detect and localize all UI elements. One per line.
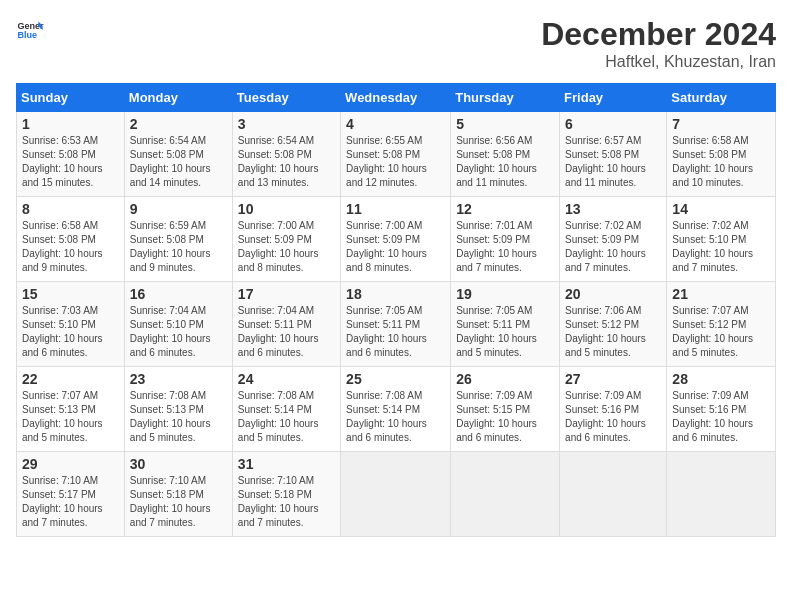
day-number: 11: [346, 201, 445, 217]
day-number: 18: [346, 286, 445, 302]
day-info: Sunrise: 7:02 AM Sunset: 5:09 PM Dayligh…: [565, 219, 661, 275]
calendar-cell: 21Sunrise: 7:07 AM Sunset: 5:12 PM Dayli…: [667, 282, 776, 367]
day-info: Sunrise: 7:01 AM Sunset: 5:09 PM Dayligh…: [456, 219, 554, 275]
day-number: 22: [22, 371, 119, 387]
day-info: Sunrise: 6:59 AM Sunset: 5:08 PM Dayligh…: [130, 219, 227, 275]
day-number: 14: [672, 201, 770, 217]
day-number: 8: [22, 201, 119, 217]
calendar-cell: 13Sunrise: 7:02 AM Sunset: 5:09 PM Dayli…: [560, 197, 667, 282]
header-row: SundayMondayTuesdayWednesdayThursdayFrid…: [17, 84, 776, 112]
calendar-cell: 24Sunrise: 7:08 AM Sunset: 5:14 PM Dayli…: [232, 367, 340, 452]
calendar-cell: 17Sunrise: 7:04 AM Sunset: 5:11 PM Dayli…: [232, 282, 340, 367]
day-info: Sunrise: 6:54 AM Sunset: 5:08 PM Dayligh…: [130, 134, 227, 190]
day-number: 6: [565, 116, 661, 132]
day-number: 16: [130, 286, 227, 302]
day-number: 3: [238, 116, 335, 132]
day-number: 29: [22, 456, 119, 472]
day-number: 24: [238, 371, 335, 387]
calendar-week-4: 29Sunrise: 7:10 AM Sunset: 5:17 PM Dayli…: [17, 452, 776, 537]
calendar-cell: 14Sunrise: 7:02 AM Sunset: 5:10 PM Dayli…: [667, 197, 776, 282]
calendar-week-0: 1Sunrise: 6:53 AM Sunset: 5:08 PM Daylig…: [17, 112, 776, 197]
calendar-cell: 26Sunrise: 7:09 AM Sunset: 5:15 PM Dayli…: [451, 367, 560, 452]
calendar-cell: 31Sunrise: 7:10 AM Sunset: 5:18 PM Dayli…: [232, 452, 340, 537]
day-number: 10: [238, 201, 335, 217]
day-info: Sunrise: 7:04 AM Sunset: 5:11 PM Dayligh…: [238, 304, 335, 360]
calendar-cell: 1Sunrise: 6:53 AM Sunset: 5:08 PM Daylig…: [17, 112, 125, 197]
day-number: 2: [130, 116, 227, 132]
calendar-cell: [341, 452, 451, 537]
header-cell-friday: Friday: [560, 84, 667, 112]
header-cell-thursday: Thursday: [451, 84, 560, 112]
day-number: 27: [565, 371, 661, 387]
day-info: Sunrise: 7:00 AM Sunset: 5:09 PM Dayligh…: [346, 219, 445, 275]
calendar-cell: 27Sunrise: 7:09 AM Sunset: 5:16 PM Dayli…: [560, 367, 667, 452]
day-info: Sunrise: 7:10 AM Sunset: 5:18 PM Dayligh…: [130, 474, 227, 530]
calendar-week-2: 15Sunrise: 7:03 AM Sunset: 5:10 PM Dayli…: [17, 282, 776, 367]
month-title: December 2024: [541, 16, 776, 53]
calendar-cell: 3Sunrise: 6:54 AM Sunset: 5:08 PM Daylig…: [232, 112, 340, 197]
day-info: Sunrise: 7:10 AM Sunset: 5:17 PM Dayligh…: [22, 474, 119, 530]
title-area: December 2024 Haftkel, Khuzestan, Iran: [541, 16, 776, 71]
day-info: Sunrise: 7:07 AM Sunset: 5:13 PM Dayligh…: [22, 389, 119, 445]
day-info: Sunrise: 7:04 AM Sunset: 5:10 PM Dayligh…: [130, 304, 227, 360]
day-number: 21: [672, 286, 770, 302]
day-info: Sunrise: 7:08 AM Sunset: 5:14 PM Dayligh…: [238, 389, 335, 445]
location-title: Haftkel, Khuzestan, Iran: [541, 53, 776, 71]
day-info: Sunrise: 6:53 AM Sunset: 5:08 PM Dayligh…: [22, 134, 119, 190]
calendar-cell: 8Sunrise: 6:58 AM Sunset: 5:08 PM Daylig…: [17, 197, 125, 282]
calendar-cell: 11Sunrise: 7:00 AM Sunset: 5:09 PM Dayli…: [341, 197, 451, 282]
calendar-cell: 15Sunrise: 7:03 AM Sunset: 5:10 PM Dayli…: [17, 282, 125, 367]
day-number: 7: [672, 116, 770, 132]
day-number: 9: [130, 201, 227, 217]
day-info: Sunrise: 6:54 AM Sunset: 5:08 PM Dayligh…: [238, 134, 335, 190]
day-number: 25: [346, 371, 445, 387]
day-info: Sunrise: 7:06 AM Sunset: 5:12 PM Dayligh…: [565, 304, 661, 360]
day-info: Sunrise: 7:08 AM Sunset: 5:13 PM Dayligh…: [130, 389, 227, 445]
day-info: Sunrise: 7:05 AM Sunset: 5:11 PM Dayligh…: [456, 304, 554, 360]
day-info: Sunrise: 7:09 AM Sunset: 5:16 PM Dayligh…: [565, 389, 661, 445]
day-info: Sunrise: 6:55 AM Sunset: 5:08 PM Dayligh…: [346, 134, 445, 190]
day-number: 31: [238, 456, 335, 472]
calendar-cell: 9Sunrise: 6:59 AM Sunset: 5:08 PM Daylig…: [124, 197, 232, 282]
day-info: Sunrise: 7:10 AM Sunset: 5:18 PM Dayligh…: [238, 474, 335, 530]
calendar-cell: 6Sunrise: 6:57 AM Sunset: 5:08 PM Daylig…: [560, 112, 667, 197]
calendar-table: SundayMondayTuesdayWednesdayThursdayFrid…: [16, 83, 776, 537]
day-number: 20: [565, 286, 661, 302]
day-info: Sunrise: 7:07 AM Sunset: 5:12 PM Dayligh…: [672, 304, 770, 360]
calendar-cell: [451, 452, 560, 537]
calendar-cell: 20Sunrise: 7:06 AM Sunset: 5:12 PM Dayli…: [560, 282, 667, 367]
header-cell-sunday: Sunday: [17, 84, 125, 112]
day-info: Sunrise: 7:02 AM Sunset: 5:10 PM Dayligh…: [672, 219, 770, 275]
day-number: 23: [130, 371, 227, 387]
day-number: 17: [238, 286, 335, 302]
header-cell-wednesday: Wednesday: [341, 84, 451, 112]
day-number: 12: [456, 201, 554, 217]
calendar-cell: 2Sunrise: 6:54 AM Sunset: 5:08 PM Daylig…: [124, 112, 232, 197]
header-cell-saturday: Saturday: [667, 84, 776, 112]
calendar-cell: [667, 452, 776, 537]
day-info: Sunrise: 6:57 AM Sunset: 5:08 PM Dayligh…: [565, 134, 661, 190]
day-number: 15: [22, 286, 119, 302]
calendar-cell: 4Sunrise: 6:55 AM Sunset: 5:08 PM Daylig…: [341, 112, 451, 197]
svg-text:Blue: Blue: [17, 30, 37, 40]
day-info: Sunrise: 7:08 AM Sunset: 5:14 PM Dayligh…: [346, 389, 445, 445]
day-number: 26: [456, 371, 554, 387]
calendar-cell: 30Sunrise: 7:10 AM Sunset: 5:18 PM Dayli…: [124, 452, 232, 537]
calendar-cell: 5Sunrise: 6:56 AM Sunset: 5:08 PM Daylig…: [451, 112, 560, 197]
day-info: Sunrise: 7:03 AM Sunset: 5:10 PM Dayligh…: [22, 304, 119, 360]
calendar-cell: 19Sunrise: 7:05 AM Sunset: 5:11 PM Dayli…: [451, 282, 560, 367]
calendar-cell: 25Sunrise: 7:08 AM Sunset: 5:14 PM Dayli…: [341, 367, 451, 452]
calendar-cell: 23Sunrise: 7:08 AM Sunset: 5:13 PM Dayli…: [124, 367, 232, 452]
header: General Blue December 2024 Haftkel, Khuz…: [16, 16, 776, 71]
calendar-cell: 22Sunrise: 7:07 AM Sunset: 5:13 PM Dayli…: [17, 367, 125, 452]
day-number: 19: [456, 286, 554, 302]
day-number: 28: [672, 371, 770, 387]
calendar-cell: [560, 452, 667, 537]
logo: General Blue: [16, 16, 44, 44]
day-info: Sunrise: 6:58 AM Sunset: 5:08 PM Dayligh…: [672, 134, 770, 190]
calendar-cell: 16Sunrise: 7:04 AM Sunset: 5:10 PM Dayli…: [124, 282, 232, 367]
logo-icon: General Blue: [16, 16, 44, 44]
calendar-cell: 29Sunrise: 7:10 AM Sunset: 5:17 PM Dayli…: [17, 452, 125, 537]
day-number: 4: [346, 116, 445, 132]
calendar-week-1: 8Sunrise: 6:58 AM Sunset: 5:08 PM Daylig…: [17, 197, 776, 282]
